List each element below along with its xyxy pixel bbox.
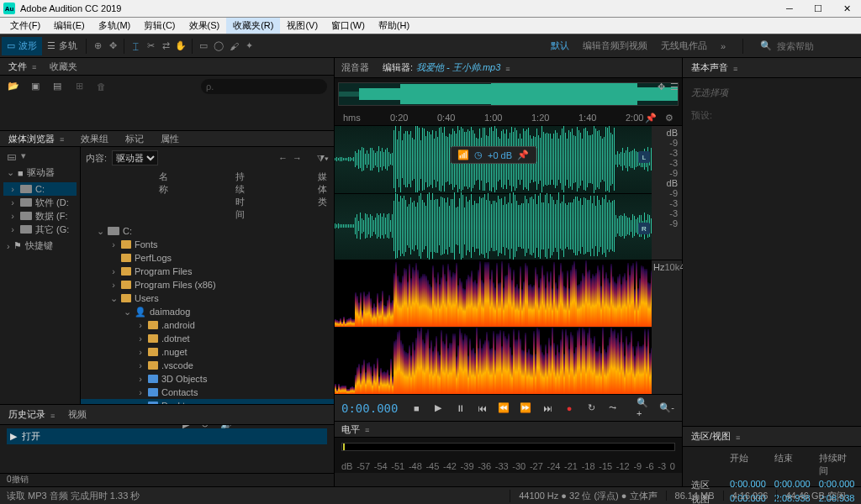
workspace-radio[interactable]: 无线电作品	[661, 39, 707, 52]
drive-g[interactable]: ›其它 (G:	[3, 223, 77, 236]
close-button[interactable]: ✕	[836, 2, 858, 15]
tool-slip[interactable]: ⇄	[158, 39, 173, 54]
menu-window[interactable]: 窗口(W)	[325, 18, 372, 34]
menu-multitrack[interactable]: 多轨(M)	[92, 18, 138, 34]
tool-selection[interactable]: ⌶	[128, 39, 143, 54]
menu-favorites[interactable]: 收藏夹(R)	[226, 18, 280, 34]
minimize-button[interactable]: ─	[779, 2, 800, 15]
new-multitrack-icon[interactable]: ▤	[50, 80, 64, 93]
tab-mixer[interactable]: 混音器	[341, 61, 369, 74]
nav-back-icon[interactable]: ←	[278, 153, 288, 163]
menu-file[interactable]: 文件(F)	[3, 18, 47, 34]
folder-row[interactable]: ›.vscode	[81, 359, 334, 372]
stop-button[interactable]: ■	[408, 400, 425, 417]
play-button[interactable]: ▶	[430, 400, 446, 417]
drives-root-icon[interactable]: 🖴	[7, 151, 16, 161]
rewind-button[interactable]: ⏪	[495, 400, 512, 417]
tab-history[interactable]: 历史记录	[8, 408, 55, 421]
content-select[interactable]: 驱动器	[112, 150, 158, 165]
tab-editor[interactable]: 编辑器: 我爱他 - 王小帅.mp3	[383, 61, 510, 74]
tab-levels[interactable]: 电平	[341, 423, 369, 436]
mode-multitrack[interactable]: ☰ 多轨	[42, 37, 82, 55]
spectrogram-display[interactable]: Hz10k4k2k1kHz10k4k2k1k	[335, 260, 682, 394]
record-file-icon[interactable]: ▣	[29, 80, 42, 93]
folder-row[interactable]: ›.nuget	[81, 345, 334, 359]
tool-spot-healing[interactable]: ⊕	[90, 39, 105, 54]
channel-r-badge[interactable]: R	[638, 223, 650, 234]
col-name[interactable]: 名称	[159, 171, 168, 221]
menu-view[interactable]: 视图(V)	[280, 18, 325, 34]
tool-brush[interactable]: 🖌	[226, 39, 241, 54]
menu-clip[interactable]: 剪辑(C)	[137, 18, 182, 34]
folder-row[interactable]: ›Contacts	[81, 386, 334, 399]
workspace-more[interactable]: »	[721, 41, 726, 51]
tab-essential-sound[interactable]: 基本声音	[691, 61, 737, 74]
tab-properties[interactable]: 属性	[161, 133, 179, 145]
menu-help[interactable]: 帮助(H)	[372, 18, 416, 34]
tool-hand[interactable]: ✋	[173, 39, 188, 54]
drive-c[interactable]: ›C:	[3, 182, 77, 196]
tool-stamp[interactable]: ✦	[241, 39, 256, 54]
tool-razor[interactable]: ✂	[143, 39, 158, 54]
ruler-menu-icon[interactable]: ⚙	[665, 113, 673, 123]
waveform-display[interactable]: 📶 ◷ +0 dB 📌 L R dB-9-3-3-9dB-9-3-3-9	[335, 125, 682, 260]
overview-waveform[interactable]: ✥ ☰	[335, 78, 682, 110]
drives-label[interactable]: ⌄ ■ 驱动器	[0, 165, 80, 181]
workspace-default[interactable]: 默认	[551, 39, 569, 52]
col-mediatype[interactable]: 媒体类	[318, 171, 329, 221]
tab-video[interactable]: 视频	[68, 408, 87, 421]
nav-fwd-icon[interactable]: →	[293, 153, 302, 163]
zoom-out-icon[interactable]: 🔍-	[658, 400, 675, 417]
search-help-input[interactable]	[777, 41, 853, 51]
zoom-in-icon[interactable]: 🔍+	[637, 400, 653, 417]
time-display[interactable]: 0:00.000	[341, 402, 398, 415]
folder-row[interactable]: ›Fonts	[81, 238, 334, 251]
mode-waveform[interactable]: ▭ 波形	[2, 37, 42, 55]
tab-markers[interactable]: 标记	[125, 133, 144, 145]
folder-row[interactable]: ⌄C:	[81, 224, 334, 238]
tool-marquee[interactable]: ▭	[196, 39, 211, 54]
maximize-button[interactable]: ☐	[807, 2, 829, 15]
volume-hud[interactable]: 📶 ◷ +0 dB 📌	[450, 146, 536, 164]
tab-effects-rack[interactable]: 效果组	[81, 133, 108, 145]
files-search[interactable]: ρ.	[201, 79, 327, 94]
col-duration[interactable]: 持续时间	[235, 171, 251, 221]
tab-selection-view[interactable]: 选区/视图	[691, 430, 740, 443]
open-file-icon[interactable]: 📂	[7, 80, 20, 93]
skip-selection-button[interactable]: ⤳	[605, 400, 621, 417]
tab-files[interactable]: 文件	[8, 60, 36, 73]
pause-button[interactable]: ⏸	[452, 400, 468, 417]
menu-edit[interactable]: 编辑(E)	[47, 18, 92, 34]
drives-dropdown-icon[interactable]: ▾	[21, 150, 26, 161]
forward-button[interactable]: ⏩	[517, 400, 534, 417]
pin-small-icon[interactable]: 📌	[517, 150, 529, 160]
menu-effects[interactable]: 效果(S)	[182, 18, 227, 34]
folder-row[interactable]: ›Program Files (x86)	[81, 278, 334, 291]
record-button[interactable]: ●	[561, 400, 578, 417]
folder-row[interactable]: ›Program Files	[81, 265, 334, 278]
sel-start[interactable]: 0:00.000	[730, 479, 766, 491]
loop-button[interactable]: ↻	[583, 400, 600, 417]
tab-media-browser[interactable]: 媒体浏览器	[8, 133, 64, 145]
close-file-icon[interactable]: 🗑	[94, 80, 108, 93]
folder-row[interactable]: PerfLogs	[81, 251, 334, 265]
view-menu-icon[interactable]: ☰	[670, 81, 679, 92]
tab-favorites[interactable]: 收藏夹	[50, 60, 77, 73]
folder-row[interactable]: ›3D Objects	[81, 372, 334, 386]
timeline-ruler[interactable]: hms 0:20 0:40 1:00 1:20 1:40 2:00 📌 ⚙	[335, 110, 682, 125]
filter-icon[interactable]: ⧩▾	[317, 153, 329, 164]
goto-end-button[interactable]: ⏭	[539, 400, 556, 417]
level-meter[interactable]: dB-57-54-51-48-45-42-39-36-33-30-27-24-2…	[335, 438, 682, 473]
folder-row[interactable]: ›.android	[81, 318, 334, 332]
tool-move[interactable]: ✥	[105, 39, 120, 54]
drive-f[interactable]: ›数据 (F:	[3, 209, 77, 223]
history-item-open[interactable]: ▶打开	[7, 428, 327, 444]
goto-start-button[interactable]: ⏮	[473, 400, 490, 417]
folder-row[interactable]: ›.dotnet	[81, 332, 334, 345]
workspace-audio-to-video[interactable]: 编辑音频到视频	[583, 39, 647, 52]
shortcuts-label[interactable]: › ⚑ 快捷键	[0, 238, 80, 254]
folder-row[interactable]: ⌄Users	[81, 291, 334, 305]
pin-icon[interactable]: 📌	[645, 113, 657, 123]
channel-l-badge[interactable]: L	[638, 151, 650, 163]
tool-lasso[interactable]: ◯	[211, 39, 226, 54]
